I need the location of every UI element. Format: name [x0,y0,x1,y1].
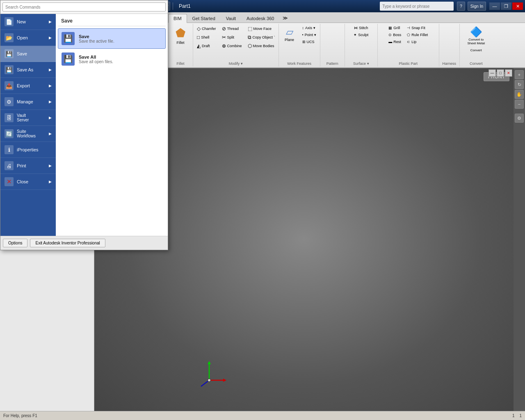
draft-button[interactable]: ◭ Draft [195,42,218,50]
menu-item-suite-workflows[interactable]: 🔄 SuiteWorkflows ▶ [0,126,56,142]
modify-group-label: Modify ▾ [229,62,243,66]
save-all-icon: 💾 [62,52,75,66]
snap-fit-button[interactable]: ⊣ Snap Fit [405,25,430,31]
menu-item-iproperties[interactable]: ℹ iProperties [0,142,56,158]
rt-rotate[interactable]: ↻ [515,80,524,89]
plastic-col2: ⊣ Snap Fit ⬠ Rule Fillet ⊂ Lip [405,25,430,45]
split-icon: ✂ [222,34,226,40]
export-icon: 📤 [5,81,14,90]
ribbon-group-convert: 🔷 Convert toSheet Metal Convert Convert [460,24,493,66]
fillet-button[interactable]: ⬟ Fillet [170,25,191,46]
menu-item-save[interactable]: 💾 Save [0,46,56,62]
grill-button[interactable]: ▦ Grill [386,25,403,31]
lip-button[interactable]: ⊂ Lip [405,39,430,45]
menu-item-save-as[interactable]: 💾 Save As ▶ [0,62,56,78]
manage-icon: ⚙ [5,97,14,106]
tab-get-started[interactable]: Get Started [187,14,221,23]
save-option-save[interactable]: 💾 Save Save the active file. [58,28,166,49]
app-menu-body: 📄 New ▶ 📂 Open ▶ 💾 Save 💾 Save As ▶ [0,14,168,236]
combine-button[interactable]: ⊕ Combine [220,42,244,50]
menu-item-export[interactable]: 📤 Export ▶ [0,78,56,94]
help-icon-btn[interactable]: ? [457,2,465,11]
tab-autodesk-360[interactable]: Autodesk 360 [241,14,279,23]
rt-pan[interactable]: ✋ [515,90,524,99]
move-face-icon: ⬚ [248,26,252,32]
window-controls: — ❐ ✕ [489,2,523,10]
axis-button[interactable]: ↕ Axis ▾ [300,25,318,31]
convert-button[interactable]: Convert [468,47,484,53]
move-bodies-button[interactable]: ⬡ Move Bodies [246,42,277,50]
fillet-content: ⬟ Fillet [170,25,191,66]
save-all-title: Save All [79,55,113,59]
work-features-label: Work Features [287,62,311,66]
toolbar-separator-4 [173,2,173,10]
convert-to-sheet-metal-button[interactable]: 🔷 Convert toSheet Metal [462,25,491,47]
menu-item-manage[interactable]: ⚙ Manage ▶ [0,94,56,110]
plane-icon: ▱ [286,26,293,38]
rt-zoom-out[interactable]: − [515,100,524,109]
document-title: Part1 [179,3,191,9]
minimize-button[interactable]: — [489,2,500,10]
ucs-button[interactable]: ⊞ UCS [300,39,318,45]
status-right: 1 1 [512,413,522,418]
signin-button[interactable]: Sign In [468,2,486,11]
split-button[interactable]: ✂ Split [220,33,244,41]
work-col2: ↕ Axis ▾ • Point ▾ ⊞ UCS [300,25,318,45]
right-toolbar: + ↻ ✋ − ⚙ [514,68,525,411]
plane-button[interactable]: ▱ Plane [281,25,299,43]
point-button[interactable]: • Point ▾ [300,32,318,38]
convert-to-sheet-metal-icon: 🔷 [470,26,482,38]
copy-object-button[interactable]: ⧉ Copy Object ‵ [246,33,277,41]
lip-icon: ⊂ [407,40,410,44]
status-coord-1: 1 [512,413,515,418]
new-icon: 📄 [5,17,14,26]
menu-item-new[interactable]: 📄 New ▶ [0,14,56,30]
shell-button[interactable]: □ Shell [195,33,218,41]
close-button[interactable]: ✕ [512,2,523,10]
vault-server-icon: 🗄 [5,113,14,122]
rt-zoom-in[interactable]: + [515,70,524,79]
save-all-desc: Save all open files. [79,59,113,64]
viewport-close[interactable]: ✕ [505,69,512,77]
thread-button[interactable]: ⊘ Thread [220,25,244,33]
menu-item-open[interactable]: 📂 Open ▶ [0,30,56,46]
sculpt-button[interactable]: ✦ Sculpt [352,32,370,38]
app-menu-footer: Options Exit Autodesk Inventor Professio… [0,236,168,250]
rule-fillet-button[interactable]: ⬠ Rule Fillet [405,32,430,38]
ribbon-group-work-features: ▱ Plane ↕ Axis ▾ • Point ▾ ⊞ UCS [279,24,320,66]
save-icon: 💾 [5,49,14,58]
menu-item-print[interactable]: 🖨 Print ▶ [0,158,56,174]
exit-button[interactable]: Exit Autodesk Inventor Professional [30,239,105,247]
viewport-minimize[interactable]: — [488,69,496,77]
rest-button[interactable]: ▬ Rest [386,39,403,45]
ribbon-group-plastic-part: ▦ Grill ⊙ Boss ▬ Rest ⊣ Snap Fit [378,24,439,66]
restore-button[interactable]: ❐ [501,2,511,10]
modify-content: ◇ Chamfer □ Shell ◭ Draft ⊘ Thre [195,25,277,66]
modify-col1: ◇ Chamfer □ Shell ◭ Draft [195,25,218,50]
chamfer-button[interactable]: ◇ Chamfer [195,25,218,33]
menu-item-vault-server[interactable]: 🗄 VaultServer ▶ [0,110,56,126]
axis-indicator [197,358,230,390]
move-face-button[interactable]: ⬚ Move Face [246,25,277,33]
options-button[interactable]: Options [3,239,27,247]
search-commands-input[interactable] [2,2,166,11]
fillet-group-label: Fillet [176,62,184,66]
more-tabs-icon[interactable]: ≫ [281,14,290,23]
viewport-maximize[interactable]: □ [497,69,504,77]
keyword-search[interactable] [380,2,454,11]
chamfer-icon: ◇ [197,26,201,32]
boss-button[interactable]: ⊙ Boss [386,32,403,38]
save-all-option[interactable]: 💾 Save All Save all open files. [58,49,166,69]
surface-label: Surface ▾ [353,62,369,66]
save-option-text: Save Save the active file. [79,34,114,43]
open-icon: 📂 [5,33,14,42]
close-menu-icon: ✕ [5,177,14,186]
tab-bim[interactable]: BIM [168,14,187,23]
rt-settings[interactable]: ⚙ [515,114,524,123]
rest-icon: ▬ [388,40,392,44]
tab-vault[interactable]: Vault [221,14,241,23]
menu-item-close[interactable]: ✕ Close ▶ [0,174,56,190]
app-menu-search-bar [0,0,168,14]
sculpt-icon: ✦ [354,33,357,37]
stitch-button[interactable]: ⋈ Stitch [352,25,370,31]
